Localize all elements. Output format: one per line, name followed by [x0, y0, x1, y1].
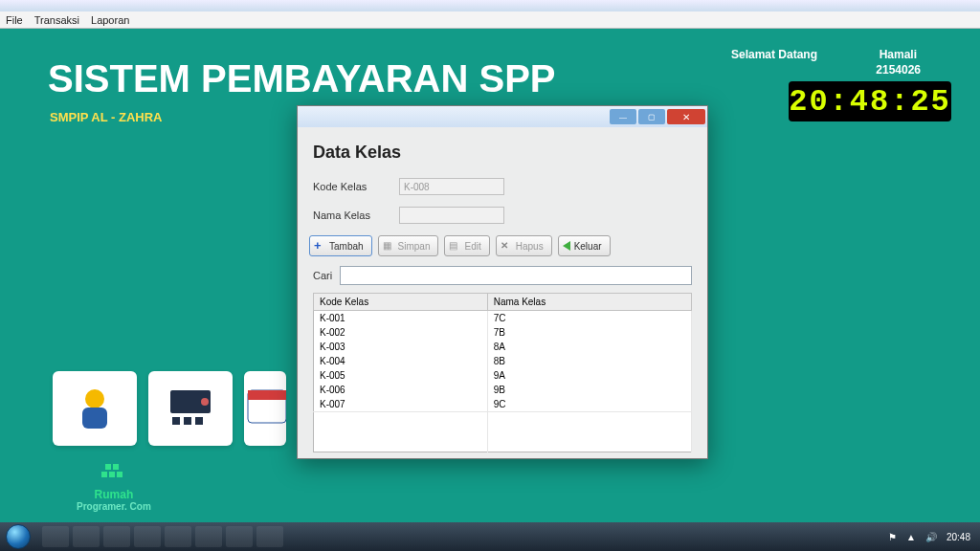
footer-logo: Rumah Programer. Com: [77, 462, 151, 513]
data-kelas-dialog: — ▢ ✕ Data Kelas Kode Kelas Nama Kelas +…: [297, 105, 708, 459]
workspace: SISTEM PEMBAYARAN SPP SMPIP AL - ZAHRA S…: [0, 29, 980, 522]
footer-brand: Rumah: [77, 488, 151, 501]
back-icon: [563, 241, 570, 251]
search-input[interactable]: [340, 266, 692, 285]
logo-icon: [100, 462, 128, 485]
shortcut-tiles: [53, 371, 286, 446]
taskbar-app-8[interactable]: [256, 526, 283, 547]
svg-rect-6: [195, 417, 203, 425]
kode-kelas-label: Kode Kelas: [313, 181, 386, 192]
page-title: SISTEM PEMBAYARAN SPP: [48, 57, 556, 100]
tambah-button[interactable]: +Tambah: [309, 235, 372, 256]
svg-point-3: [201, 398, 209, 406]
app-titlebar: [0, 0, 980, 11]
nama-kelas-input[interactable]: [399, 207, 504, 224]
maximize-button[interactable]: ▢: [638, 109, 665, 124]
svg-rect-5: [184, 417, 191, 425]
taskbar-app-4[interactable]: [134, 526, 161, 547]
classroom-icon: [165, 385, 216, 432]
tray-flag-icon[interactable]: ⚑: [888, 532, 897, 542]
table-row[interactable]: K-0017C: [314, 311, 692, 326]
edit-button[interactable]: ▤Edit: [444, 235, 489, 256]
hapus-button[interactable]: ✕Hapus: [496, 235, 552, 256]
menu-transaksi[interactable]: Transaksi: [34, 14, 79, 26]
start-button[interactable]: [0, 522, 36, 551]
tile-students[interactable]: [53, 371, 137, 446]
table-row[interactable]: K-0027B: [314, 325, 692, 340]
save-icon: ▦: [383, 240, 394, 252]
page-subtitle: SMPIP AL - ZAHRA: [50, 110, 163, 124]
system-tray: ⚑ ▲ 🔊 20:48: [888, 532, 980, 542]
dialog-titlebar[interactable]: — ▢ ✕: [298, 106, 707, 127]
table-row[interactable]: K-0048B: [314, 354, 692, 368]
tray-network-icon[interactable]: ▲: [906, 532, 916, 542]
dialog-title: Data Kelas: [313, 143, 692, 163]
taskbar-pinned: [42, 526, 283, 547]
plus-icon: +: [314, 240, 325, 252]
kelas-table: Kode Kelas Nama Kelas K-0017CK-0027BK-00…: [313, 293, 692, 452]
kode-kelas-input[interactable]: [399, 178, 504, 195]
edit-icon: ▤: [449, 240, 460, 252]
menu-laporan[interactable]: Laporan: [91, 14, 129, 26]
calendar-icon: [244, 385, 286, 432]
tile-schedule[interactable]: [244, 371, 286, 446]
cari-label: Cari: [313, 270, 332, 281]
svg-rect-10: [113, 464, 119, 470]
table-row[interactable]: K-0059A: [314, 368, 692, 383]
windows-taskbar: ⚑ ▲ 🔊 20:48: [0, 522, 980, 551]
svg-rect-12: [109, 472, 115, 477]
close-button[interactable]: ✕: [667, 109, 705, 124]
user-icon: [71, 385, 119, 432]
taskbar-app-1[interactable]: [42, 526, 69, 547]
current-user-id: 2154026: [876, 63, 921, 77]
taskbar-app-5[interactable]: [165, 526, 191, 547]
tray-clock[interactable]: 20:48: [947, 532, 970, 542]
table-row[interactable]: K-0079C: [314, 397, 692, 412]
taskbar-app-7[interactable]: [226, 526, 253, 547]
col-nama-kelas[interactable]: Nama Kelas: [487, 294, 691, 311]
welcome-label: Selamat Datang: [731, 48, 817, 61]
menu-file[interactable]: File: [6, 14, 23, 26]
footer-tag: Programer. Com: [77, 501, 151, 512]
app-menubar: File Transaksi Laporan: [0, 11, 980, 29]
taskbar-app-3[interactable]: [103, 526, 130, 547]
tile-class[interactable]: [148, 371, 233, 446]
simpan-button[interactable]: ▦Simpan: [378, 235, 439, 256]
tray-volume-icon[interactable]: 🔊: [925, 532, 937, 542]
delete-icon: ✕: [501, 240, 512, 252]
minimize-button[interactable]: —: [610, 109, 636, 124]
table-row[interactable]: K-0069B: [314, 383, 692, 397]
col-kode-kelas[interactable]: Kode Kelas: [314, 294, 488, 311]
taskbar-app-2[interactable]: [73, 526, 100, 547]
svg-rect-11: [101, 472, 107, 477]
taskbar-app-6[interactable]: [195, 526, 222, 547]
svg-rect-4: [172, 417, 180, 425]
digital-clock: 20:48:25: [789, 81, 951, 121]
table-row[interactable]: K-0038A: [314, 340, 692, 354]
keluar-button[interactable]: Keluar: [558, 235, 611, 256]
svg-rect-8: [248, 390, 286, 400]
nama-kelas-label: Nama Kelas: [313, 209, 386, 221]
svg-rect-9: [105, 464, 111, 470]
svg-point-0: [85, 389, 104, 408]
svg-rect-13: [117, 472, 122, 477]
svg-rect-1: [82, 408, 107, 429]
dialog-toolbar: +Tambah ▦Simpan ▤Edit ✕Hapus Keluar: [309, 235, 692, 256]
windows-orb-icon: [6, 524, 31, 549]
current-user-name: Hamali: [880, 48, 917, 61]
